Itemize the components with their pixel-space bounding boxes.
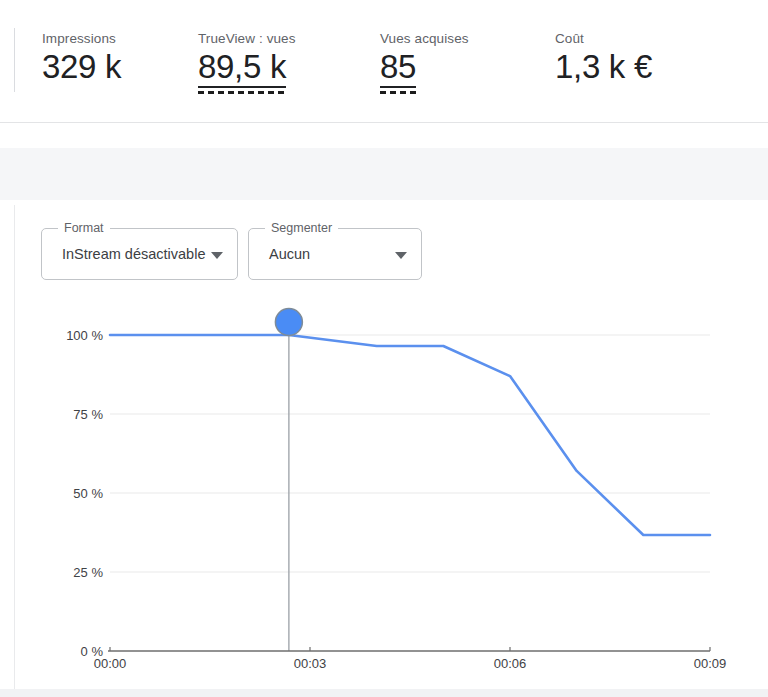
retention-line [110, 335, 710, 535]
bottom-strip [0, 689, 768, 697]
y-axis-tick-label: 75 % [73, 407, 103, 422]
format-dropdown-value: InStream désactivable [42, 246, 205, 262]
retention-chart-svg[interactable]: 100 %75 %50 %25 %0 %00:0000:0300:0600:09 [0, 300, 768, 697]
x-axis-tick-label: 00:03 [294, 656, 327, 671]
format-dropdown[interactable]: Format InStream désactivable [41, 228, 238, 280]
metric-label: Vues acquises [380, 31, 469, 46]
metric-value: 329 k [42, 50, 121, 85]
format-dropdown-label: Format [58, 220, 110, 236]
y-axis-tick-label: 25 % [73, 565, 103, 580]
x-axis-tick-label: 00:06 [494, 656, 527, 671]
chevron-down-icon [211, 252, 223, 259]
metrics-card: Impressions 329 k TrueView : vues 89,5 k… [0, 0, 768, 123]
dashed-underline [198, 91, 286, 94]
y-axis-tick-label: 100 % [66, 328, 103, 343]
metric-value: 1,3 k € [555, 50, 652, 85]
x-axis-tick-label: 00:00 [94, 656, 127, 671]
highlight-marker [275, 309, 302, 336]
metric-label: Coût [555, 31, 584, 46]
collapsed-section-band [0, 148, 768, 200]
y-axis-tick-label: 50 % [73, 486, 103, 501]
segment-dropdown-value: Aucun [249, 246, 310, 262]
metric-label: Impressions [42, 31, 116, 46]
metric-label: TrueView : vues [198, 31, 296, 46]
metric-value[interactable]: 89,5 k [198, 50, 286, 94]
vertical-divider [14, 28, 15, 92]
dashed-underline [380, 91, 416, 94]
chevron-down-icon [395, 252, 407, 259]
segment-dropdown[interactable]: Segmenter Aucun [248, 228, 422, 280]
metric-value[interactable]: 85 [380, 50, 416, 94]
x-axis-tick-label: 00:09 [694, 656, 727, 671]
segment-dropdown-label: Segmenter [265, 220, 338, 236]
